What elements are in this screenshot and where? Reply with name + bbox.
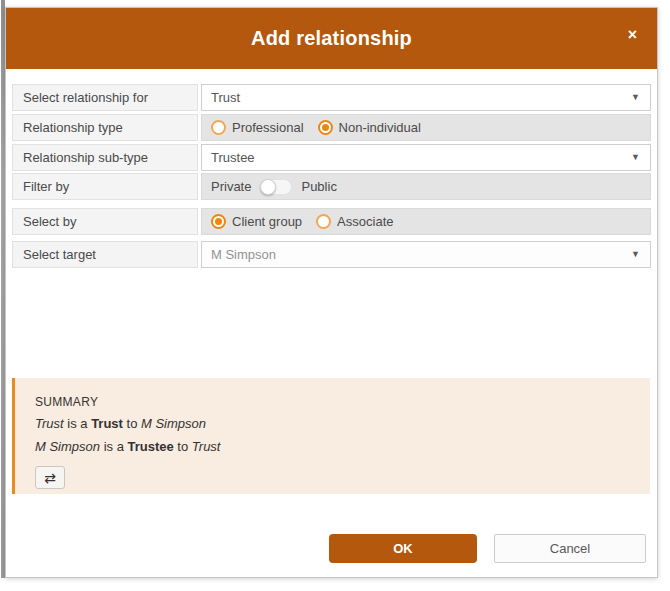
close-icon[interactable]: × [628, 27, 637, 43]
page-background: Add relationship × Select relationship f… [0, 0, 670, 591]
dropdown-value: Trust [211, 90, 240, 105]
add-relationship-dialog: Add relationship × Select relationship f… [5, 7, 658, 578]
row-label: Select by [12, 208, 198, 235]
summary-subject: M Simpson [35, 439, 100, 454]
select-target-dropdown[interactable]: M Simpson ▼ [201, 241, 651, 268]
relationship-type-options: Professional Non-individual [201, 114, 651, 141]
summary-text: is a [100, 439, 127, 454]
row-label: Relationship type [12, 114, 198, 141]
summary-line-1: Trust is a Trust to M Simpson [35, 416, 650, 432]
swap-relationship-button[interactable]: ⇄ [35, 466, 65, 489]
summary-relation: Trustee [128, 439, 174, 454]
radio-icon[interactable] [318, 120, 333, 135]
select-by-options: Client group Associate [201, 208, 651, 235]
cancel-button[interactable]: Cancel [494, 534, 646, 563]
radio-icon[interactable] [211, 214, 226, 229]
radio-label: Non-individual [339, 120, 421, 135]
summary-target: M Simpson [141, 416, 206, 431]
row-select-target: Select target M Simpson ▼ [12, 241, 651, 268]
row-relationship-type: Relationship type Professional Non-indiv… [12, 114, 651, 141]
summary-subject: Trust [35, 416, 64, 431]
radio-label: Professional [232, 120, 304, 135]
radio-option-non-individual[interactable]: Non-individual [318, 120, 421, 135]
privacy-toggle[interactable] [260, 179, 292, 195]
row-label: Select relationship for [12, 84, 198, 111]
summary-target: Trust [192, 439, 221, 454]
summary-text: to [123, 416, 141, 431]
summary-relation: Trust [91, 416, 123, 431]
swap-arrows-icon: ⇄ [44, 471, 56, 485]
row-label: Filter by [12, 173, 198, 200]
dropdown-value: M Simpson [211, 247, 276, 262]
radio-icon[interactable] [316, 214, 331, 229]
row-select-relationship-for: Select relationship for Trust ▼ [12, 84, 651, 111]
toggle-label-private: Private [211, 179, 251, 194]
summary-heading: SUMMARY [35, 395, 650, 409]
summary-panel: SUMMARY Trust is a Trust to M Simpson M … [12, 378, 650, 494]
chevron-down-icon: ▼ [631, 242, 640, 267]
row-select-by: Select by Client group Associate [12, 208, 651, 235]
radio-label: Client group [232, 214, 302, 229]
privacy-toggle-group: Private Public [211, 179, 337, 195]
radio-option-client-group[interactable]: Client group [211, 214, 302, 229]
summary-line-2: M Simpson is a Trustee to Trust [35, 439, 650, 455]
chevron-down-icon: ▼ [631, 145, 640, 170]
radio-icon[interactable] [211, 120, 226, 135]
filter-by-field: Private Public [201, 173, 651, 200]
dropdown-value: Trustee [211, 150, 255, 165]
dialog-title: Add relationship [251, 27, 412, 50]
toggle-knob[interactable] [260, 179, 276, 195]
relationship-sub-type-dropdown[interactable]: Trustee ▼ [201, 144, 651, 171]
radio-label: Associate [337, 214, 393, 229]
summary-text: to [174, 439, 192, 454]
ok-button[interactable]: OK [329, 534, 477, 563]
relationship-form: Select relationship for Trust ▼ Relation… [12, 84, 651, 268]
summary-text: is a [64, 416, 91, 431]
relationship-for-dropdown[interactable]: Trust ▼ [201, 84, 651, 111]
row-filter-by: Filter by Private Public [12, 173, 651, 200]
radio-option-associate[interactable]: Associate [316, 214, 393, 229]
chevron-down-icon: ▼ [631, 85, 640, 110]
row-relationship-sub-type: Relationship sub-type Trustee ▼ [12, 144, 651, 171]
radio-option-professional[interactable]: Professional [211, 120, 304, 135]
row-label: Relationship sub-type [12, 144, 198, 171]
dialog-header: Add relationship × [6, 8, 657, 69]
toggle-label-public: Public [301, 179, 336, 194]
row-label: Select target [12, 241, 198, 268]
